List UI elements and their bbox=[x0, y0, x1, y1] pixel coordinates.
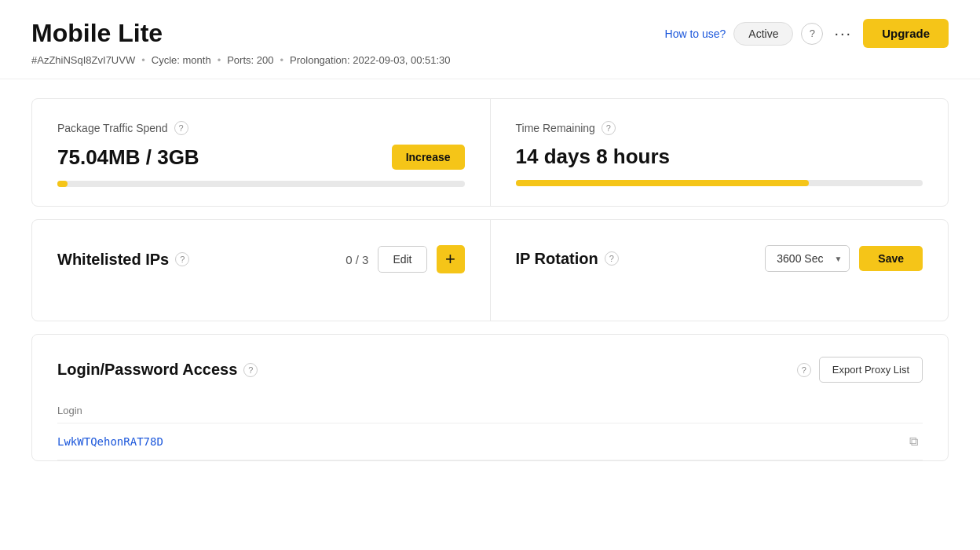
whitelisted-ips-title: Whitelisted IPs bbox=[57, 251, 169, 269]
whitelisted-ips-help-icon[interactable]: ? bbox=[175, 252, 189, 266]
header-actions: How to use? Active ? ··· Upgrade bbox=[665, 19, 949, 48]
login-right-help-icon[interactable]: ? bbox=[797, 363, 811, 377]
login-title-row: Login/Password Access ? bbox=[57, 361, 258, 379]
traffic-card-header: Package Traffic Spend ? bbox=[57, 121, 465, 135]
traffic-value: 75.04MB / 3GB bbox=[57, 145, 199, 170]
rotation-select[interactable]: 300 Sec 600 Sec 1800 Sec 3600 Sec 7200 S… bbox=[765, 245, 850, 272]
page-title: Mobile Lite bbox=[31, 19, 163, 48]
ip-rotation-header: IP Rotation ? 300 Sec 600 Sec 1800 Sec 3… bbox=[516, 245, 923, 272]
meta-prolongation: Prolongation: 2022-09-03, 00:51:30 bbox=[290, 54, 451, 66]
time-label: Time Remaining bbox=[516, 122, 595, 134]
time-value: 14 days 8 hours bbox=[516, 145, 671, 169]
time-progress-bg bbox=[516, 180, 923, 186]
more-button[interactable]: ··· bbox=[831, 24, 855, 42]
time-value-row: 14 days 8 hours bbox=[516, 145, 923, 169]
traffic-progress-fill bbox=[57, 181, 68, 187]
edit-button[interactable]: Edit bbox=[378, 246, 426, 273]
traffic-value-row: 75.04MB / 3GB Increase bbox=[57, 145, 465, 170]
whitelisted-ips-card: Whitelisted IPs ? 0 / 3 Edit + bbox=[32, 220, 490, 321]
time-help-icon[interactable]: ? bbox=[602, 121, 616, 135]
login-section-header: Login/Password Access ? ? Export Proxy L… bbox=[57, 357, 923, 383]
meta-cycle: Cycle: month bbox=[152, 54, 211, 66]
login-col-label: Login bbox=[57, 405, 923, 416]
time-card-header: Time Remaining ? bbox=[516, 121, 923, 135]
header: Mobile Lite How to use? Active ? ··· Upg… bbox=[0, 0, 980, 79]
rotation-select-wrapper[interactable]: 300 Sec 600 Sec 1800 Sec 3600 Sec 7200 S… bbox=[765, 245, 850, 272]
traffic-help-icon[interactable]: ? bbox=[174, 121, 188, 135]
whitelisted-ips-header: Whitelisted IPs ? 0 / 3 Edit + bbox=[57, 245, 465, 273]
login-row: LwkWTQehonRAT78D ⧉ bbox=[57, 424, 923, 460]
login-section: Login/Password Access ? ? Export Proxy L… bbox=[31, 334, 949, 461]
help-icon-button[interactable]: ? bbox=[801, 23, 823, 45]
top-cards-row: Package Traffic Spend ? 75.04MB / 3GB In… bbox=[31, 98, 949, 207]
meta-id: #AzZhiNSqI8ZvI7UVW bbox=[31, 54, 135, 66]
save-button[interactable]: Save bbox=[859, 246, 923, 271]
header-top: Mobile Lite How to use? Active ? ··· Upg… bbox=[31, 19, 949, 48]
whitelisted-ips-actions: 0 / 3 Edit + bbox=[346, 245, 464, 273]
header-meta: #AzZhiNSqI8ZvI7UVW • Cycle: month • Port… bbox=[31, 54, 949, 66]
how-to-use-link[interactable]: How to use? bbox=[665, 28, 726, 40]
copy-login-button[interactable]: ⧉ bbox=[905, 433, 923, 450]
traffic-card: Package Traffic Spend ? 75.04MB / 3GB In… bbox=[32, 99, 490, 206]
traffic-progress-bg bbox=[57, 181, 465, 187]
increase-button[interactable]: Increase bbox=[392, 145, 465, 170]
traffic-label: Package Traffic Spend bbox=[57, 122, 168, 134]
login-value: LwkWTQehonRAT78D bbox=[57, 435, 905, 448]
active-badge: Active bbox=[733, 22, 793, 46]
time-progress-fill bbox=[516, 180, 809, 186]
whitelisted-ips-count: 0 / 3 bbox=[346, 253, 368, 266]
ip-rotation-title: IP Rotation bbox=[516, 250, 598, 268]
main-content: Package Traffic Spend ? 75.04MB / 3GB In… bbox=[0, 98, 980, 461]
ip-rotation-card: IP Rotation ? 300 Sec 600 Sec 1800 Sec 3… bbox=[490, 220, 949, 321]
login-help-icon[interactable]: ? bbox=[243, 363, 258, 377]
login-table-header: Login bbox=[57, 398, 923, 424]
middle-cards-row: Whitelisted IPs ? 0 / 3 Edit + IP Rotati… bbox=[31, 219, 949, 321]
time-card: Time Remaining ? 14 days 8 hours bbox=[490, 99, 949, 206]
ip-rotation-actions: 300 Sec 600 Sec 1800 Sec 3600 Sec 7200 S… bbox=[765, 245, 923, 272]
page-wrapper: Mobile Lite How to use? Active ? ··· Upg… bbox=[0, 0, 980, 550]
meta-ports: Ports: 200 bbox=[227, 54, 273, 66]
login-section-title: Login/Password Access bbox=[57, 361, 237, 379]
ip-rotation-help-icon[interactable]: ? bbox=[605, 251, 619, 266]
add-ip-button[interactable]: + bbox=[437, 245, 465, 273]
upgrade-button[interactable]: Upgrade bbox=[863, 19, 949, 48]
export-proxy-list-button[interactable]: Export Proxy List bbox=[819, 357, 923, 383]
